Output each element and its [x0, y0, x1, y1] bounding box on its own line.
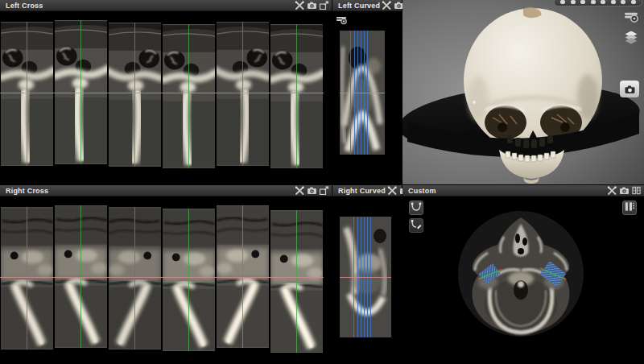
cross-slice-viewport[interactable] [1, 207, 53, 350]
panel-title: Left Cross [2, 2, 43, 10]
cross-slice-viewport[interactable] [109, 207, 161, 350]
layout-icon[interactable] [631, 186, 642, 195]
panel-right-cross: Right Cross [0, 185, 332, 364]
draw-arch-button[interactable] [409, 201, 423, 215]
axial-reference-line [0, 93, 324, 93]
tools-icon[interactable] [607, 186, 617, 195]
cross-slice-viewport[interactable] [163, 24, 215, 168]
ct-axial-image [454, 206, 588, 343]
slice-position-line [134, 207, 135, 350]
adjust-icon[interactable] [336, 14, 347, 28]
draw-arch-icon [411, 201, 422, 215]
edit-arch-button[interactable] [409, 218, 423, 233]
panel-title: Left Curved [335, 2, 380, 10]
axial-slice-viewport[interactable] [454, 206, 588, 343]
axial-reference-line [0, 277, 324, 278]
cross-slice-viewport[interactable] [270, 24, 323, 168]
curved-slice-viewport[interactable] [340, 31, 385, 155]
panel-title: Right Cross [2, 187, 48, 195]
tools-icon[interactable] [295, 1, 305, 10]
cross-slice-viewport[interactable] [1, 22, 53, 166]
layers-icon[interactable] [624, 31, 638, 48]
panel-custom: Custom [402, 185, 644, 364]
slice-position-line [296, 210, 297, 353]
slice-position-line [134, 23, 135, 167]
snapshot-icon[interactable] [307, 1, 317, 10]
slice-position-line [27, 22, 27, 166]
slice-position-line [27, 207, 27, 350]
slice-position-line [188, 209, 189, 351]
orientation-preset-icon[interactable] [601, 0, 605, 4]
panel-left-curved: Left Curved [332, 0, 402, 184]
slice-layout-icon [624, 201, 635, 215]
panel-right-curved: Right Curved [332, 185, 402, 364]
tools-icon[interactable] [295, 186, 305, 195]
slice-position-line [296, 24, 297, 168]
orientation-preset-icon[interactable] [611, 0, 616, 4]
expand-icon[interactable] [319, 1, 329, 10]
cross-slice-viewport[interactable] [270, 210, 323, 353]
orientation-preset-icon[interactable] [621, 0, 625, 4]
orientation-presets-toolbar[interactable] [554, 0, 642, 6]
axial-reference-line [340, 93, 385, 93]
orientation-preset-icon[interactable] [571, 0, 576, 4]
tools-icon[interactable] [387, 186, 398, 195]
skull-3d-render [402, 0, 644, 184]
panel-left-cross: Left Cross [0, 0, 332, 184]
panel-title: Custom [405, 187, 436, 195]
orientation-preset-icon[interactable] [591, 0, 596, 4]
cross-slice-viewport[interactable] [109, 23, 161, 167]
slice-position-line [242, 22, 243, 166]
tmj-workspace: Left Cross [0, 0, 644, 364]
left-curved-titlebar: Left Curved [332, 0, 402, 11]
snapshot-icon[interactable] [620, 81, 639, 97]
orientation-preset-icon[interactable] [560, 0, 565, 4]
slice-layout-button[interactable] [622, 201, 637, 215]
axial-reference-line [340, 277, 391, 278]
left-cross-titlebar: Left Cross [0, 0, 332, 11]
curved-slice-viewport[interactable] [340, 217, 391, 337]
panel-3d-volume[interactable] [402, 0, 644, 184]
right-cross-titlebar: Right Cross [0, 185, 332, 196]
cross-slice-viewport[interactable] [217, 22, 269, 166]
adjust-icon[interactable] [623, 10, 639, 27]
snapshot-icon[interactable] [307, 186, 317, 195]
orientation-preset-icon[interactable] [631, 0, 636, 4]
custom-titlebar: Custom [402, 185, 644, 196]
snapshot-icon[interactable] [619, 186, 630, 195]
panel-title: Right Curved [335, 187, 386, 195]
orientation-preset-icon[interactable] [580, 0, 585, 4]
expand-icon[interactable] [319, 186, 329, 195]
edit-arch-icon [411, 218, 422, 233]
cross-slice-viewport[interactable] [163, 209, 215, 351]
tools-icon[interactable] [382, 1, 392, 10]
right-curved-titlebar: Right Curved [332, 185, 402, 196]
slice-position-line [188, 24, 189, 168]
